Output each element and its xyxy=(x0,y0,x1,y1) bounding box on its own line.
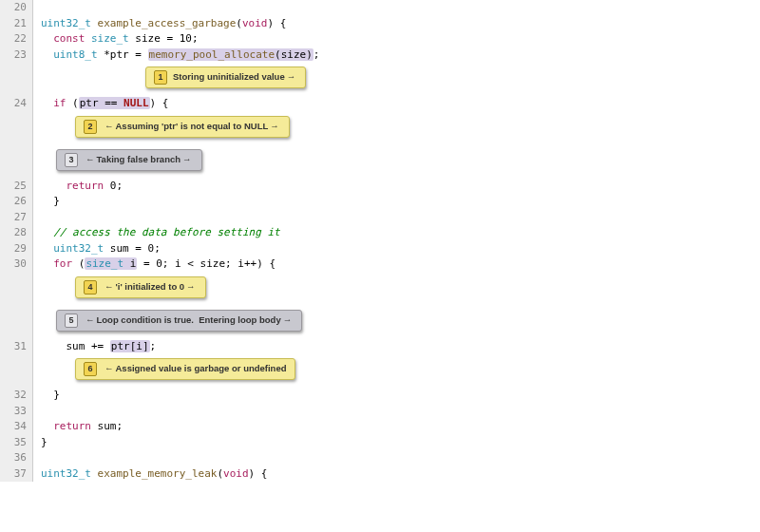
arrow-left-icon: ← xyxy=(103,362,116,375)
arrow-right-icon: → xyxy=(184,280,198,294)
code-cell: // access the data before setting it xyxy=(33,225,280,241)
gutter-spacer xyxy=(0,306,33,339)
step-text: 'i' initialized to 0 xyxy=(116,280,185,294)
line-number: 32 xyxy=(0,388,33,404)
code-cell: } xyxy=(33,194,60,210)
step-badge: 5 xyxy=(65,314,78,328)
analysis-step[interactable]: 4←'i' initialized to 0→ xyxy=(75,276,206,298)
step-text: Assigned value is garbage or undefined xyxy=(116,362,287,375)
code-row: 20 xyxy=(0,0,760,16)
line-number: 33 xyxy=(0,404,33,420)
arrow-right-icon: → xyxy=(281,314,294,327)
arrow-left-icon: ← xyxy=(84,153,97,166)
code-cell: } xyxy=(33,388,60,404)
code-cell: } xyxy=(33,435,48,451)
code-cell: const size_t size = 10; xyxy=(33,31,199,48)
line-number: 25 xyxy=(0,179,33,195)
step-text: Taking false branch xyxy=(97,153,181,166)
code-cell: for (size_t i = 0; i < size; i++) { xyxy=(33,256,276,273)
code-row: 34 return sum; xyxy=(0,419,760,435)
callout-cell: 5←Loop condition is true. Entering loop … xyxy=(33,306,302,339)
arrow-left-icon: ← xyxy=(84,314,97,327)
callout-row: 5←Loop condition is true. Entering loop … xyxy=(0,306,760,339)
line-number: 28 xyxy=(0,225,33,241)
analysis-step[interactable]: 1Storing uninitialized value→ xyxy=(145,66,306,88)
code-cell: return sum; xyxy=(33,419,123,435)
line-number: 31 xyxy=(0,339,33,355)
code-row: 29 uint32_t sum = 0; xyxy=(0,241,760,257)
code-cell: if (ptr == NULL) { xyxy=(33,96,168,112)
gutter-spacer xyxy=(0,63,33,96)
line-number: 27 xyxy=(0,210,33,226)
step-text: Assuming 'ptr' is not equal to NULL xyxy=(116,120,269,133)
line-number: 37 xyxy=(0,466,33,483)
line-number: 21 xyxy=(0,16,33,32)
code-cell: uint8_t *ptr = memory_pool_allocate(size… xyxy=(33,48,319,64)
code-row: 23 uint8_t *ptr = memory_pool_allocate(s… xyxy=(0,48,760,64)
callout-row: 2←Assuming 'ptr' is not equal to NULL→ xyxy=(0,112,760,145)
step-text: Storing uninitialized value xyxy=(173,70,285,84)
step-badge: 3 xyxy=(65,153,78,167)
code-row: 24 if (ptr == NULL) { xyxy=(0,96,760,112)
code-row: 33 xyxy=(0,404,760,420)
code-row: 22 const size_t size = 10; xyxy=(0,31,760,48)
step-text: Loop condition is true. Entering loop bo… xyxy=(97,314,281,327)
line-number: 23 xyxy=(0,48,33,64)
analysis-step[interactable]: 6←Assigned value is garbage or undefined xyxy=(75,358,295,380)
line-number: 22 xyxy=(0,31,33,48)
line-number: 35 xyxy=(0,435,33,451)
callout-cell: 3←Taking false branch→ xyxy=(33,145,202,179)
arrow-right-icon: → xyxy=(180,153,194,166)
line-number: 30 xyxy=(0,256,33,273)
code-row: 26 } xyxy=(0,194,760,210)
callout-cell: 1Storing uninitialized value→ xyxy=(33,63,306,96)
arrow-right-icon: → xyxy=(285,70,298,84)
gutter-spacer xyxy=(0,112,33,145)
analysis-step[interactable]: 5←Loop condition is true. Entering loop … xyxy=(56,310,302,332)
code-row: 21 uint32_t example_access_garbage(void)… xyxy=(0,16,760,32)
code-row: 30 for (size_t i = 0; i < size; i++) { xyxy=(0,256,760,273)
code-cell: uint32_t example_access_garbage(void) { xyxy=(33,16,286,32)
code-cell: return 0; xyxy=(33,179,123,195)
gutter-spacer xyxy=(0,354,33,388)
step-badge: 4 xyxy=(84,280,97,294)
callout-cell: 4←'i' initialized to 0→ xyxy=(33,273,206,306)
analysis-step[interactable]: 3←Taking false branch→ xyxy=(56,149,202,171)
step-badge: 6 xyxy=(84,362,97,376)
callout-row: 4←'i' initialized to 0→ xyxy=(0,273,760,306)
step-badge: 2 xyxy=(84,120,97,134)
code-cell: uint32_t example_memory_leak(void) { xyxy=(33,466,267,483)
arrow-left-icon: ← xyxy=(103,120,116,133)
code-listing: 20 21 uint32_t example_access_garbage(vo… xyxy=(0,0,760,482)
line-number: 34 xyxy=(0,419,33,435)
code-row: 31 sum += ptr[i]; xyxy=(0,339,760,355)
code-row: 35 } xyxy=(0,435,760,451)
line-number: 24 xyxy=(0,96,33,112)
callout-row: 1Storing uninitialized value→ xyxy=(0,63,760,96)
analysis-step[interactable]: 2←Assuming 'ptr' is not equal to NULL→ xyxy=(75,116,290,138)
code-row: 32 } xyxy=(0,388,760,404)
arrow-right-icon: → xyxy=(268,120,281,133)
code-cell: uint32_t sum = 0; xyxy=(33,241,161,257)
callout-cell: 2←Assuming 'ptr' is not equal to NULL→ xyxy=(33,112,290,145)
line-number: 26 xyxy=(0,194,33,210)
code-row: 37 uint32_t example_memory_leak(void) { xyxy=(0,466,760,483)
callout-cell: 6←Assigned value is garbage or undefined xyxy=(33,354,295,388)
line-number: 20 xyxy=(0,0,33,16)
code-row: 27 xyxy=(0,210,760,226)
code-cell: sum += ptr[i]; xyxy=(33,339,156,355)
callout-row: 6←Assigned value is garbage or undefined xyxy=(0,354,760,388)
line-number: 29 xyxy=(0,241,33,257)
callout-row: 3←Taking false branch→ xyxy=(0,145,760,179)
code-row: 25 return 0; xyxy=(0,179,760,195)
gutter-spacer xyxy=(0,145,33,179)
arrow-left-icon: ← xyxy=(103,280,116,294)
gutter-spacer xyxy=(0,273,33,306)
code-row: 36 xyxy=(0,450,760,466)
code-row: 28 // access the data before setting it xyxy=(0,225,760,241)
step-badge: 1 xyxy=(154,70,167,85)
line-number: 36 xyxy=(0,450,33,466)
